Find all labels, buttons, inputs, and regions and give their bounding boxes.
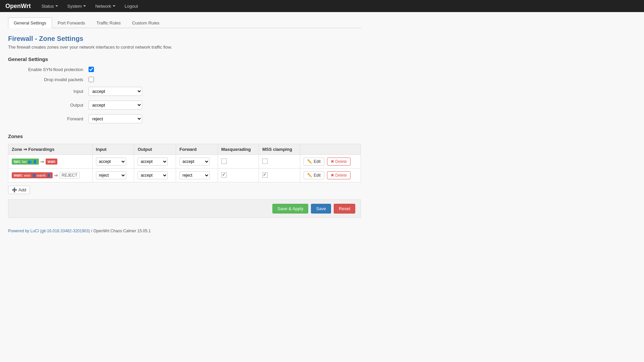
wan-masquerading-cell <box>218 169 259 182</box>
col-mss-clamping: MSS clamping <box>259 144 300 155</box>
nav-status-caret <box>55 5 58 7</box>
nav-item-status[interactable]: Status <box>38 2 62 11</box>
lan-mss-cell <box>259 155 300 169</box>
zones-table-header: Zone ⇒ Forwardings Input Output Forward … <box>8 144 361 155</box>
wan-input-select[interactable]: accept reject drop <box>96 171 126 179</box>
tab-traffic-rules[interactable]: Traffic Rules <box>91 17 126 28</box>
wan-mss-checkbox[interactable] <box>262 172 268 178</box>
forward-select[interactable]: accept reject drop <box>89 114 142 123</box>
zones-table: Zone ⇒ Forwardings Input Output Forward … <box>8 144 361 182</box>
wan-edit-icon: ✏️ <box>307 173 312 178</box>
lan-actions-cell: ✏️ Edit ✖ Delete <box>300 155 361 169</box>
wan-zone-cell: wan: wan 👤 wan6 👤 ⇒ REJECT <box>8 169 93 182</box>
wan-forward-badge: REJECT <box>59 172 80 179</box>
zones-section: Zones Zone ⇒ Forwardings Input Output Fo… <box>8 133 361 194</box>
wan-zone-badge: wan: wan 👤 wan6 👤 <box>12 172 53 178</box>
footer-version: / OpenWrt Chaos Calmer 15.05.1 <box>91 229 151 233</box>
drop-invalid-label: Drop invalid packets <box>15 77 89 82</box>
lan-forward-select[interactable]: accept reject drop <box>179 158 210 166</box>
lan-output-cell: accept reject drop <box>134 155 176 169</box>
wan-iface-label: wan <box>24 173 31 177</box>
wan-delete-button[interactable]: ✖ Delete <box>327 171 351 179</box>
syn-flood-control <box>89 67 94 72</box>
lan-forward-badge: wan <box>46 159 57 165</box>
syn-flood-label: Enable SYN-flood protection <box>15 67 89 72</box>
nav-item-logout[interactable]: Logout <box>121 2 142 11</box>
wan-edit-button[interactable]: ✏️ Edit <box>304 171 324 179</box>
footer: Powered by LuCI (git-16.018.33482-320190… <box>0 223 644 239</box>
lan-masquerading-cell <box>218 155 259 169</box>
page-content: General Settings Port Forwards Traffic R… <box>0 12 369 223</box>
nav-item-network[interactable]: Network <box>91 2 119 11</box>
wan-output-select[interactable]: accept reject drop <box>138 171 168 179</box>
wan-actions-cell: ✏️ Edit ✖ Delete <box>300 169 361 182</box>
lan-delete-button[interactable]: ✖ Delete <box>327 158 351 166</box>
lan-input-select[interactable]: accept reject drop <box>96 158 126 166</box>
wan-masquerading-checkbox[interactable] <box>221 172 227 178</box>
action-bar: Save & Apply Save Reset <box>8 199 361 218</box>
input-label: Input <box>15 89 89 94</box>
save-apply-button[interactable]: Save & Apply <box>272 204 308 214</box>
output-select[interactable]: accept reject drop <box>89 101 142 110</box>
wan6-iface-icons: 👤 <box>47 174 51 177</box>
drop-invalid-row: Drop invalid packets <box>8 77 361 82</box>
wan-zone-forward: wan: wan 👤 wan6 👤 ⇒ REJECT <box>12 172 89 179</box>
col-masquerading: Masquerading <box>218 144 259 155</box>
app-brand: OpenWrt <box>5 3 31 10</box>
syn-flood-checkbox[interactable] <box>89 67 94 72</box>
nav-system-label: System <box>67 4 82 9</box>
drop-invalid-control <box>89 77 94 82</box>
lan-iface-icons: 👥 👤 <box>28 160 37 164</box>
nav-network-caret <box>113 5 115 7</box>
nav-item-system[interactable]: System <box>63 2 90 11</box>
syn-flood-row: Enable SYN-flood protection <box>8 67 361 72</box>
lan-edit-button[interactable]: ✏️ Edit <box>304 158 324 166</box>
page-title: Firewall - Zone Settings <box>8 35 361 43</box>
general-settings-title: General Settings <box>8 56 361 62</box>
wan-output-cell: accept reject drop <box>134 169 176 182</box>
lan-zone-badge: lan: lan 👥 👤 <box>12 159 39 165</box>
forward-label: Forward <box>15 116 89 121</box>
forward-row: Forward accept reject drop <box>8 114 361 123</box>
output-control: accept reject drop <box>89 101 142 110</box>
forward-control: accept reject drop <box>89 114 142 123</box>
lan-forward-cell: accept reject drop <box>176 155 218 169</box>
output-label: Output <box>15 103 89 108</box>
lan-output-select[interactable]: accept reject drop <box>138 158 168 166</box>
page-description: The firewall creates zones over your net… <box>8 45 361 50</box>
wan-forward-select[interactable]: accept reject drop <box>179 171 210 179</box>
luci-link[interactable]: Powered by LuCI (git-16.018.33482-320190… <box>8 229 90 233</box>
add-zone-row: ➕ Add <box>8 186 361 194</box>
wan-arrow: ⇒ <box>54 173 58 178</box>
lan-masquerading-checkbox[interactable] <box>221 159 227 164</box>
tab-custom-rules[interactable]: Custom Rules <box>126 17 165 28</box>
input-control: accept reject drop <box>89 87 142 96</box>
nav-network-label: Network <box>95 4 111 9</box>
edit-icon: ✏️ <box>307 159 312 164</box>
nav-system-caret <box>83 5 86 7</box>
tab-port-forwards[interactable]: Port Forwards <box>52 17 91 28</box>
reset-button[interactable]: Reset <box>334 204 355 214</box>
zones-title: Zones <box>8 133 361 139</box>
wan-input-cell: accept reject drop <box>92 169 134 182</box>
wan-mss-cell <box>259 169 300 182</box>
lan-mss-checkbox[interactable] <box>262 159 268 164</box>
col-output: Output <box>134 144 176 155</box>
tab-general-settings[interactable]: General Settings <box>8 17 52 28</box>
table-row: lan: lan 👥 👤 ⇒ wan accept reject <box>8 155 361 169</box>
nav-items: Status System Network Logout <box>38 2 142 11</box>
lan-zone-forward: lan: lan 👥 👤 ⇒ wan <box>12 159 89 165</box>
input-select[interactable]: accept reject drop <box>89 87 142 96</box>
drop-invalid-checkbox[interactable] <box>89 77 94 82</box>
lan-input-cell: accept reject drop <box>92 155 134 169</box>
save-button[interactable]: Save <box>311 204 331 214</box>
add-icon: ➕ <box>12 187 17 192</box>
add-zone-button[interactable]: ➕ Add <box>8 186 30 194</box>
input-row: Input accept reject drop <box>8 87 361 96</box>
col-input: Input <box>92 144 134 155</box>
col-forward: Forward <box>176 144 218 155</box>
lan-arrow: ⇒ <box>40 159 44 164</box>
delete-icon: ✖ <box>331 159 334 164</box>
col-actions <box>300 144 361 155</box>
wan-delete-icon: ✖ <box>331 173 334 178</box>
